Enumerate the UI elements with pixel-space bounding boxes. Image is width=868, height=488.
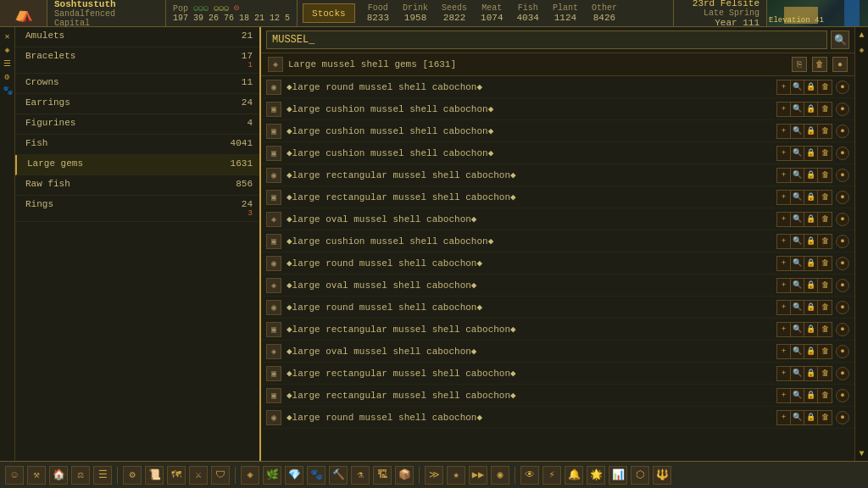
action-trash-button[interactable]: 🗑 xyxy=(818,367,832,380)
bottom-icon-9[interactable]: 🛡 xyxy=(211,466,230,485)
scroll-up-button[interactable]: ▲ xyxy=(856,29,868,41)
action-circle-button[interactable]: ● xyxy=(836,235,849,248)
action-lock-button[interactable]: 🔒 xyxy=(804,169,818,182)
action-trash-button[interactable]: 🗑 xyxy=(818,125,832,138)
action-search-button[interactable]: 🔍 xyxy=(791,125,804,138)
category-item-rings[interactable]: Rings 24 3 xyxy=(15,196,259,222)
bottom-icon-0[interactable]: ☺ xyxy=(5,466,24,485)
action-trash-button[interactable]: 🗑 xyxy=(818,345,832,358)
action-lock-button[interactable]: 🔒 xyxy=(804,257,818,270)
category-item-amulets[interactable]: Amulets 21 xyxy=(15,27,259,47)
left-icon-2[interactable]: ☰ xyxy=(2,58,14,69)
action-trash-button[interactable]: 🗑 xyxy=(818,279,832,292)
bottom-icon-14[interactable]: 🔨 xyxy=(329,466,348,485)
action-lock-button[interactable]: 🔒 xyxy=(804,213,818,226)
category-item-large-gems[interactable]: Large gems 1631 xyxy=(15,155,259,175)
bottom-icon-6[interactable]: 📜 xyxy=(145,466,164,485)
action-add-button[interactable]: + xyxy=(777,80,791,94)
bottom-icon-27[interactable]: ⬡ xyxy=(631,466,649,485)
edge-button-1[interactable]: ◈ xyxy=(856,44,868,56)
action-circle-button[interactable]: ● xyxy=(836,213,849,226)
action-add-button[interactable]: + xyxy=(777,345,791,358)
scroll-down-button[interactable]: ▼ xyxy=(856,447,868,459)
stocks-button[interactable]: Stocks xyxy=(303,3,355,23)
action-circle-button[interactable]: ● xyxy=(836,169,849,182)
left-icon-4[interactable]: 🐾 xyxy=(2,85,14,97)
action-add-button[interactable]: + xyxy=(777,235,791,248)
action-lock-button[interactable]: 🔒 xyxy=(804,147,818,160)
action-trash-button[interactable]: 🗑 xyxy=(818,235,832,248)
bottom-icon-18[interactable]: ≫ xyxy=(425,466,443,485)
action-lock-button[interactable]: 🔒 xyxy=(804,345,818,358)
action-search-button[interactable]: 🔍 xyxy=(791,80,804,94)
bottom-icon-7[interactable]: 🗺 xyxy=(167,466,186,485)
action-trash-button[interactable]: 🗑 xyxy=(818,147,832,160)
action-search-button[interactable]: 🔍 xyxy=(791,411,804,424)
action-search-button[interactable]: 🔍 xyxy=(791,345,804,358)
action-lock-button[interactable]: 🔒 xyxy=(804,235,818,248)
action-add-button[interactable]: + xyxy=(777,367,791,380)
bottom-icon-28[interactable]: 🔱 xyxy=(653,466,671,485)
action-lock-button[interactable]: 🔒 xyxy=(804,103,818,116)
action-lock-button[interactable]: 🔒 xyxy=(804,367,818,380)
bottom-icon-23[interactable]: ⚡ xyxy=(542,466,561,485)
action-search-button[interactable]: 🔍 xyxy=(791,169,804,182)
action-lock-button[interactable]: 🔒 xyxy=(804,191,818,204)
action-lock-button[interactable]: 🔒 xyxy=(804,411,818,424)
bottom-icon-13[interactable]: 🐾 xyxy=(307,466,326,485)
action-add-button[interactable]: + xyxy=(777,213,791,226)
action-circle-button[interactable]: ● xyxy=(836,191,849,204)
action-circle-button[interactable]: ● xyxy=(836,367,849,380)
action-lock-button[interactable]: 🔒 xyxy=(804,323,818,336)
group-settings-button[interactable]: ● xyxy=(832,57,848,72)
action-trash-button[interactable]: 🗑 xyxy=(818,169,832,182)
bottom-icon-15[interactable]: ⚗ xyxy=(351,466,370,485)
action-circle-button[interactable]: ● xyxy=(836,125,849,138)
action-trash-button[interactable]: 🗑 xyxy=(818,80,832,94)
action-circle-button[interactable]: ● xyxy=(836,301,849,314)
category-item-bracelets[interactable]: Bracelets 17 1 xyxy=(15,47,259,74)
action-trash-button[interactable]: 🗑 xyxy=(818,323,832,336)
action-search-button[interactable]: 🔍 xyxy=(791,389,804,402)
action-search-button[interactable]: 🔍 xyxy=(791,191,804,204)
action-circle-button[interactable]: ● xyxy=(836,257,849,270)
left-icon-1[interactable]: ◈ xyxy=(2,44,14,56)
category-item-crowns[interactable]: Crowns 11 xyxy=(15,74,259,94)
action-circle-button[interactable]: ● xyxy=(836,147,849,160)
bottom-icon-16[interactable]: 🏗 xyxy=(373,466,392,485)
bottom-icon-4[interactable]: ☰ xyxy=(93,466,112,485)
bottom-icon-19[interactable]: ★ xyxy=(447,466,465,485)
bottom-icon-12[interactable]: 💎 xyxy=(285,466,303,485)
bottom-icon-26[interactable]: 📊 xyxy=(609,466,627,485)
action-lock-button[interactable]: 🔒 xyxy=(804,279,818,292)
minimap[interactable]: Elevation 41 xyxy=(766,0,868,26)
category-item-raw-fish[interactable]: Raw fish 856 xyxy=(15,175,259,196)
action-trash-button[interactable]: 🗑 xyxy=(818,411,832,424)
action-add-button[interactable]: + xyxy=(777,125,791,138)
bottom-icon-21[interactable]: ◉ xyxy=(491,466,509,485)
bottom-icon-22[interactable]: 👁 xyxy=(520,466,539,485)
bottom-icon-8[interactable]: ⚔ xyxy=(189,466,208,485)
action-search-button[interactable]: 🔍 xyxy=(791,147,804,160)
bottom-icon-10[interactable]: ◈ xyxy=(241,466,259,485)
action-circle-button[interactable]: ● xyxy=(836,345,849,358)
action-search-button[interactable]: 🔍 xyxy=(791,103,804,116)
action-add-button[interactable]: + xyxy=(777,191,791,204)
left-icon-close[interactable]: ✕ xyxy=(2,30,14,42)
category-item-figurines[interactable]: Figurines 4 xyxy=(15,114,259,135)
action-add-button[interactable]: + xyxy=(777,279,791,292)
action-search-button[interactable]: 🔍 xyxy=(791,323,804,336)
search-button[interactable]: 🔍 xyxy=(831,30,849,49)
bottom-icon-2[interactable]: 🏠 xyxy=(49,466,68,485)
action-search-button[interactable]: 🔍 xyxy=(791,213,804,226)
action-trash-button[interactable]: 🗑 xyxy=(818,301,832,314)
action-add-button[interactable]: + xyxy=(777,257,791,270)
bottom-icon-20[interactable]: ▶▶ xyxy=(469,466,487,485)
bottom-icon-3[interactable]: ⚖ xyxy=(71,466,90,485)
search-input[interactable] xyxy=(266,30,827,49)
action-circle-button[interactable]: ● xyxy=(836,389,849,402)
action-lock-button[interactable]: 🔒 xyxy=(804,80,818,94)
action-search-button[interactable]: 🔍 xyxy=(791,279,804,292)
action-add-button[interactable]: + xyxy=(777,103,791,116)
action-search-button[interactable]: 🔍 xyxy=(791,257,804,270)
